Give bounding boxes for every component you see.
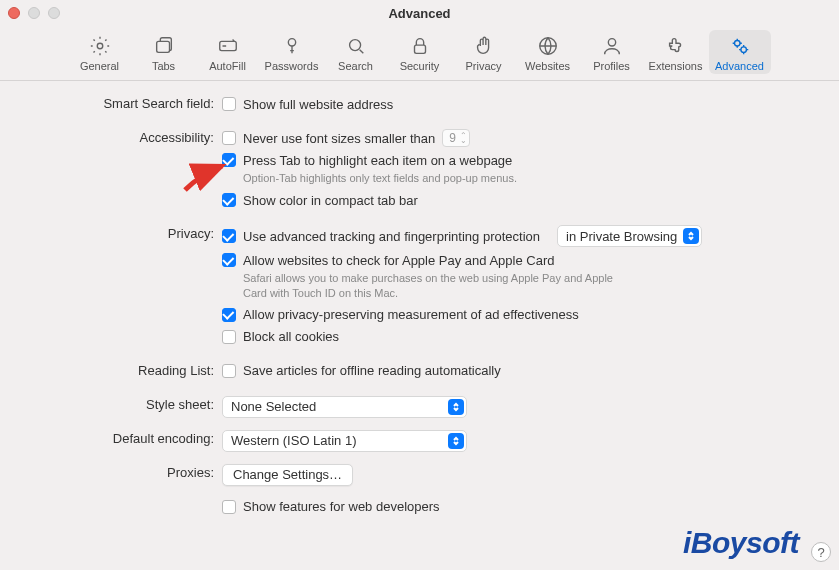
show-dev-checkbox[interactable] <box>222 500 236 514</box>
tab-search[interactable]: Search <box>325 30 387 74</box>
privacy-label: Privacy: <box>0 225 222 241</box>
svg-rect-1 <box>156 41 169 52</box>
save-offline-checkbox[interactable] <box>222 364 236 378</box>
puzzle-icon <box>665 34 687 58</box>
font-size-stepper[interactable]: 9 ⌃⌄ <box>442 129 470 147</box>
lock-icon <box>409 34 431 58</box>
person-icon <box>601 34 623 58</box>
gear-icon <box>89 34 111 58</box>
press-tab-hint: Option-Tab highlights only text fields a… <box>243 171 623 185</box>
apple-pay-text: Allow websites to check for Apple Pay an… <box>243 253 554 268</box>
show-color-checkbox[interactable] <box>222 193 236 207</box>
change-settings-button[interactable]: Change Settings… <box>222 464 353 486</box>
prefs-toolbar: General Tabs AutoFill Passwords Search S… <box>0 26 839 81</box>
press-tab-checkbox[interactable] <box>222 153 236 167</box>
proxies-label: Proxies: <box>0 464 222 480</box>
smart-search-label: Smart Search field: <box>0 95 222 111</box>
tab-autofill[interactable]: AutoFill <box>197 30 259 74</box>
tab-advanced[interactable]: Advanced <box>709 30 771 74</box>
window-title: Advanced <box>0 6 839 21</box>
tab-extensions[interactable]: Extensions <box>645 30 707 74</box>
show-full-url-text: Show full website address <box>243 97 393 112</box>
apple-pay-checkbox[interactable] <box>222 253 236 267</box>
chevrons-icon: ⌃⌄ <box>460 133 467 143</box>
ad-measure-text: Allow privacy-preserving measurement of … <box>243 307 579 322</box>
block-cookies-checkbox[interactable] <box>222 330 236 344</box>
tracking-mode-popup[interactable]: in Private Browsing <box>557 225 702 247</box>
tab-passwords[interactable]: Passwords <box>261 30 323 74</box>
apple-pay-hint: Safari allows you to make purchases on t… <box>243 271 623 300</box>
tab-privacy[interactable]: Privacy <box>453 30 515 74</box>
tab-tabs[interactable]: Tabs <box>133 30 195 74</box>
accessibility-label: Accessibility: <box>0 129 222 145</box>
autofill-icon <box>217 34 239 58</box>
default-encoding-popup[interactable]: Western (ISO Latin 1) <box>222 430 467 452</box>
watermark: iBoysoft <box>683 526 799 560</box>
updown-icon <box>448 433 464 449</box>
default-encoding-label: Default encoding: <box>0 430 222 446</box>
globe-icon <box>537 34 559 58</box>
advanced-tracking-checkbox[interactable] <box>222 229 236 243</box>
svg-point-4 <box>349 40 360 51</box>
tabs-icon <box>153 34 175 58</box>
svg-point-0 <box>97 43 103 49</box>
block-cookies-text: Block all cookies <box>243 329 339 344</box>
updown-icon <box>683 228 699 244</box>
style-sheet-label: Style sheet: <box>0 396 222 412</box>
key-icon <box>281 34 303 58</box>
never-smaller-checkbox[interactable] <box>222 131 236 145</box>
tab-general[interactable]: General <box>69 30 131 74</box>
tab-security[interactable]: Security <box>389 30 451 74</box>
tab-profiles[interactable]: Profiles <box>581 30 643 74</box>
show-color-text: Show color in compact tab bar <box>243 193 418 208</box>
titlebar: Advanced <box>0 0 839 26</box>
content-area: Smart Search field: Show full website ad… <box>0 81 839 520</box>
updown-icon <box>448 399 464 415</box>
svg-point-7 <box>608 39 615 46</box>
ad-measure-checkbox[interactable] <box>222 308 236 322</box>
gears-icon <box>729 34 751 58</box>
press-tab-text: Press Tab to highlight each item on a we… <box>243 153 512 168</box>
svg-point-8 <box>734 41 740 47</box>
save-offline-text: Save articles for offline reading automa… <box>243 363 501 378</box>
advanced-tracking-text: Use advanced tracking and fingerprinting… <box>243 229 540 244</box>
svg-point-3 <box>288 39 295 46</box>
help-button[interactable]: ? <box>811 542 831 562</box>
tab-websites[interactable]: Websites <box>517 30 579 74</box>
svg-rect-5 <box>414 45 425 53</box>
svg-point-9 <box>740 47 746 52</box>
search-icon <box>345 34 367 58</box>
svg-rect-2 <box>219 41 236 50</box>
show-dev-text: Show features for web developers <box>243 499 440 514</box>
hand-icon <box>473 34 495 58</box>
show-full-url-checkbox[interactable] <box>222 97 236 111</box>
reading-list-label: Reading List: <box>0 362 222 378</box>
style-sheet-popup[interactable]: None Selected <box>222 396 467 418</box>
never-smaller-text: Never use font sizes smaller than <box>243 131 435 146</box>
